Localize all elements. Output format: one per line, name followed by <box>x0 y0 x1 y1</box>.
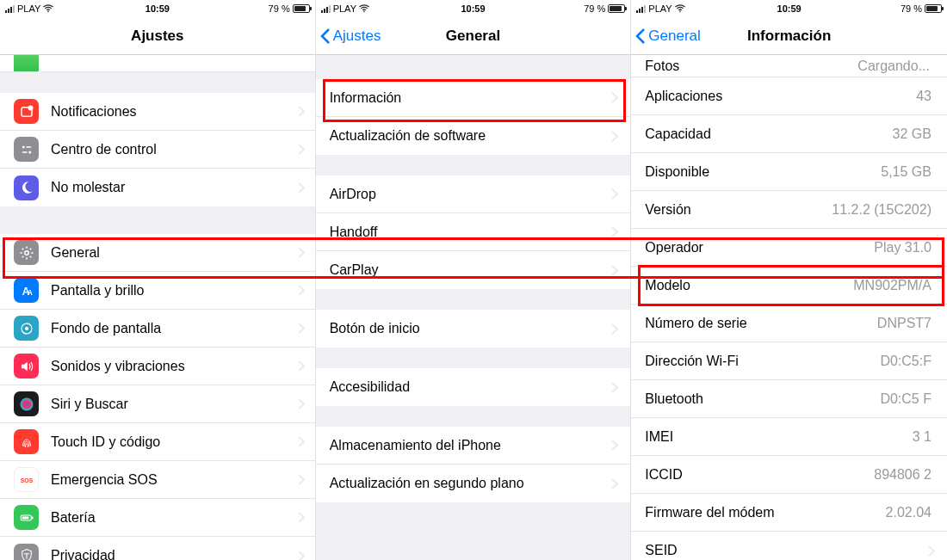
row-label: Pantalla y brillo <box>51 283 298 298</box>
navbar: Ajustes <box>0 17 315 55</box>
row-label: Siri y Buscar <box>51 397 298 412</box>
wifi-icon <box>43 3 53 14</box>
notifications-icon <box>14 99 39 124</box>
row-value: MN902PM/A <box>853 278 938 293</box>
settings-row-handoff[interactable]: Handoff <box>316 213 631 251</box>
row-label: Información <box>330 90 612 106</box>
row-label: Número de serie <box>645 316 877 331</box>
svg-rect-15 <box>32 516 34 519</box>
general-group-3: Accesibilidad <box>316 368 631 406</box>
settings-row-siri[interactable]: Siri y Buscar <box>0 385 315 423</box>
nav-back-button[interactable]: Ajustes <box>316 28 381 45</box>
row-label: Botón de inicio <box>330 321 612 336</box>
wallpaper-icon <box>14 316 39 341</box>
settings-row-storage[interactable]: Almacenamiento del iPhone <box>316 427 631 465</box>
chevron-right-icon <box>298 144 305 155</box>
row-label: Almacenamiento del iPhone <box>330 438 612 453</box>
about-row-seid[interactable]: SEID <box>631 532 947 560</box>
settings-row-general[interactable]: General <box>0 234 315 272</box>
row-peek-top[interactable] <box>0 55 315 72</box>
settings-group-2: GeneralAAPantalla y brilloFondo de panta… <box>0 234 315 560</box>
chevron-right-icon <box>298 474 305 485</box>
row-value: 43 <box>916 89 938 104</box>
settings-row-software-update[interactable]: Actualización de software <box>316 117 631 155</box>
svg-rect-16 <box>22 516 28 519</box>
battery-percent: 79 % <box>269 3 290 14</box>
row-label: IMEI <box>645 429 912 445</box>
row-value: Play 31.0 <box>874 240 938 255</box>
settings-group-1: NotificacionesCentro de controlNo molest… <box>0 93 315 206</box>
settings-row-home-button[interactable]: Botón de inicio <box>316 310 631 348</box>
chevron-right-icon <box>298 551 305 561</box>
about-row-capacity: Capacidad32 GB <box>631 115 947 153</box>
about-row-version: Versión11.2.2 (15C202) <box>631 191 947 229</box>
row-label: Bluetooth <box>645 391 880 407</box>
row-label: Centro de control <box>51 142 298 157</box>
settings-row-control-center[interactable]: Centro de control <box>0 131 315 169</box>
about-row-carrier: OperadorPlay 31.0 <box>631 229 947 267</box>
sounds-icon <box>14 354 39 378</box>
row-label: AirDrop <box>330 187 612 202</box>
settings-row-wallpaper[interactable]: Fondo de pantalla <box>0 310 315 348</box>
signal-icon <box>636 5 646 13</box>
settings-row-privacy[interactable]: Privacidad <box>0 537 315 560</box>
chevron-right-icon <box>298 182 305 194</box>
settings-row-display[interactable]: AAPantalla y brillo <box>0 272 315 310</box>
settings-row-airdrop[interactable]: AirDrop <box>316 175 631 213</box>
row-value: 5,15 GB <box>881 164 938 180</box>
row-label: No molestar <box>51 180 298 195</box>
carrier-label: PLAY <box>648 3 672 14</box>
signal-icon <box>5 5 15 13</box>
status-time: 10:59 <box>739 3 840 14</box>
settings-row-carplay[interactable]: CarPlay <box>316 251 631 289</box>
about-row-serial: Número de serieDNPST7 <box>631 305 947 342</box>
row-label: SEID <box>645 543 921 558</box>
chevron-right-icon <box>298 106 305 117</box>
control-center-icon <box>14 137 39 162</box>
row-label: ICCID <box>645 467 874 483</box>
placeholder-icon <box>14 55 39 72</box>
chevron-right-icon <box>298 247 305 258</box>
settings-row-battery[interactable]: Batería <box>0 499 315 537</box>
chevron-right-icon <box>611 188 618 200</box>
settings-row-sounds[interactable]: Sonidos y vibraciones <box>0 348 315 385</box>
settings-row-dnd[interactable]: No molestar <box>0 169 315 206</box>
chevron-right-icon <box>928 545 935 557</box>
svg-point-7 <box>24 250 28 255</box>
status-time: 10:59 <box>107 3 208 14</box>
settings-row-notifications[interactable]: Notificaciones <box>0 93 315 131</box>
settings-row-touchid[interactable]: Touch ID y código <box>0 423 315 461</box>
row-value: 32 GB <box>893 126 938 142</box>
chevron-right-icon <box>611 478 618 489</box>
row-label: Versión <box>645 202 832 218</box>
battery-icon <box>293 4 310 13</box>
settings-row-info[interactable]: Información <box>316 79 631 117</box>
about-row-model: ModeloMN902PM/A <box>631 267 947 305</box>
navbar: General Información <box>631 17 947 55</box>
row-label: Handoff <box>330 225 612 240</box>
row-label: Fondo de pantalla <box>51 321 298 336</box>
navbar: Ajustes General <box>316 17 631 55</box>
row-value: 2.02.04 <box>886 505 938 520</box>
row-value: D0:C5:F <box>880 354 938 369</box>
svg-point-11 <box>25 327 28 329</box>
row-label: Touch ID y código <box>51 434 298 450</box>
svg-point-2 <box>28 105 33 110</box>
wifi-icon <box>359 3 369 14</box>
chevron-right-icon <box>298 323 305 334</box>
nav-back-button[interactable]: General <box>631 28 700 45</box>
settings-row-background[interactable]: Actualización en segundo plano <box>316 465 631 502</box>
row-label: Emergencia SOS <box>51 472 298 488</box>
touchid-icon <box>14 429 39 454</box>
settings-row-sos[interactable]: SOSEmergencia SOS <box>0 461 315 499</box>
dnd-icon <box>14 175 39 200</box>
settings-row-accessibility[interactable]: Accesibilidad <box>316 368 631 406</box>
row-photos-partial[interactable]: Fotos Cargando... <box>631 55 947 77</box>
nav-back-label: General <box>648 28 700 45</box>
row-label: CarPlay <box>330 262 612 278</box>
chevron-right-icon <box>611 440 618 451</box>
row-label: Modelo <box>645 278 853 293</box>
about-row-imei: IMEI3 1 <box>631 418 947 456</box>
chevron-right-icon <box>611 92 618 103</box>
display-icon: AA <box>14 278 39 303</box>
